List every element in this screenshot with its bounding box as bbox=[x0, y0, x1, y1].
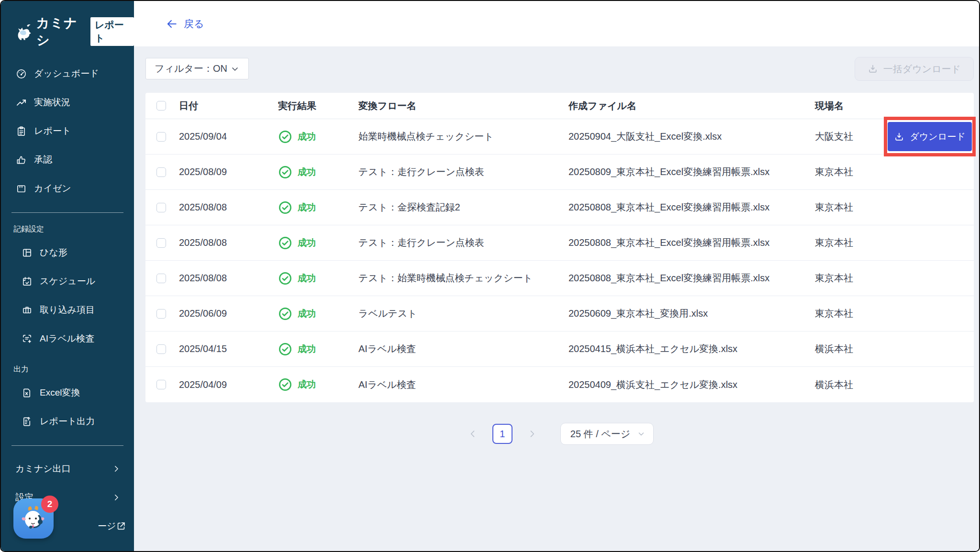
chevron-down-icon bbox=[637, 430, 646, 438]
sidebar-item-label: レポート bbox=[34, 125, 71, 137]
status-label: 成功 bbox=[298, 201, 316, 214]
page-size-select[interactable]: 25 件 / ページ bbox=[560, 423, 654, 445]
sidebar-item-kaminashi-exit[interactable]: カミナシ出口 bbox=[1, 454, 134, 483]
sidebar-item-label: ダッシュボード bbox=[34, 67, 99, 80]
success-check-icon bbox=[278, 342, 292, 356]
main-area: 戻る フィルター：ON 一括ダウンロード bbox=[134, 1, 980, 551]
cell-file: 20250808_東京本社_Excel変換練習用帳票.xlsx bbox=[568, 201, 815, 214]
table-row: 2025/08/09 成功 テスト：走行クレーン点検表 20250809_東京本… bbox=[145, 155, 974, 190]
ai-scan-icon bbox=[21, 333, 33, 344]
cell-date: 2025/09/04 bbox=[179, 131, 278, 142]
cell-status: 成功 bbox=[278, 307, 358, 321]
table-grid-icon bbox=[21, 304, 33, 316]
status-label: 成功 bbox=[298, 237, 316, 249]
cell-status: 成功 bbox=[278, 200, 358, 215]
bulk-download-button[interactable]: 一括ダウンロード bbox=[855, 57, 974, 81]
status-label: 成功 bbox=[298, 131, 316, 143]
row-checkbox[interactable] bbox=[156, 132, 166, 142]
cell-flow: テスト：走行クレーン点検表 bbox=[358, 166, 568, 178]
calendar-icon bbox=[21, 276, 33, 287]
report-export-icon bbox=[21, 416, 33, 427]
row-checkbox[interactable] bbox=[156, 238, 166, 248]
cell-flow: テスト：金探検査記録2 bbox=[358, 201, 568, 214]
cell-site: 横浜本社 bbox=[815, 342, 884, 355]
brand-name: カミナシ bbox=[36, 14, 86, 49]
table-row: 2025/08/08 成功 テスト：金探検査記録2 20250808_東京本社_… bbox=[145, 190, 974, 225]
cell-file: 20250808_東京本社_Excel変換練習用帳票.xlsx bbox=[568, 236, 815, 249]
cell-date: 2025/04/15 bbox=[179, 343, 278, 354]
bulk-download-label: 一括ダウンロード bbox=[883, 63, 961, 76]
column-header-site: 現場名 bbox=[815, 99, 884, 112]
cell-status: 成功 bbox=[278, 165, 358, 179]
status-label: 成功 bbox=[298, 378, 316, 391]
filter-button-label: フィルター：ON bbox=[155, 62, 227, 75]
excel-file-icon bbox=[21, 387, 33, 398]
next-page-button[interactable] bbox=[525, 427, 539, 441]
back-link[interactable]: 戻る bbox=[166, 17, 204, 31]
sidebar-item-label: レポート出力 bbox=[40, 415, 95, 428]
status-label: 成功 bbox=[298, 308, 316, 320]
table-row: 2025/04/09 成功 AIラベル検査 20250409_横浜支社_エクセル… bbox=[145, 367, 974, 402]
table-row: 2025/09/04 成功 始業時機械点検チェックシート 20250904_大阪… bbox=[145, 119, 974, 155]
row-checkbox[interactable] bbox=[156, 344, 166, 354]
sidebar-item-label: ージ bbox=[98, 520, 116, 532]
clipboard-icon bbox=[15, 125, 27, 137]
sidebar-item-excel-convert[interactable]: Excel変換 bbox=[1, 378, 134, 407]
chat-notification-badge: 2 bbox=[41, 496, 58, 513]
sidebar-item-template[interactable]: ひな形 bbox=[1, 238, 134, 267]
page-number-button[interactable]: 1 bbox=[492, 424, 512, 444]
pagination: 1 25 件 / ページ bbox=[145, 423, 974, 445]
column-header-result: 実行結果 bbox=[278, 99, 358, 112]
cell-flow: テスト：始業時機械点検チェックシート bbox=[358, 272, 568, 285]
template-icon bbox=[21, 247, 33, 258]
row-checkbox[interactable] bbox=[156, 167, 166, 177]
success-check-icon bbox=[278, 271, 292, 286]
table-header-row: 日付 実行結果 変換フロー名 作成ファイル名 現場名 bbox=[145, 93, 974, 119]
cell-site: 大阪支社 bbox=[815, 130, 884, 143]
cell-action: ダウンロード bbox=[884, 121, 974, 152]
sidebar-item-import-fields[interactable]: 取り込み項目 bbox=[1, 296, 134, 324]
row-checkbox[interactable] bbox=[156, 309, 166, 319]
trending-up-icon bbox=[15, 97, 27, 108]
cell-status: 成功 bbox=[278, 271, 358, 286]
row-checkbox[interactable] bbox=[156, 274, 166, 283]
sidebar-item-label: AIラベル検査 bbox=[40, 332, 94, 345]
sidebar-item-approval[interactable]: 承認 bbox=[1, 145, 134, 174]
cell-site: 東京本社 bbox=[815, 307, 884, 320]
download-button[interactable]: ダウンロード bbox=[888, 122, 972, 151]
chat-widget[interactable]: 2 bbox=[13, 498, 54, 539]
sidebar-item-dashboard[interactable]: ダッシュボード bbox=[1, 59, 134, 88]
row-checkbox[interactable] bbox=[156, 203, 166, 212]
select-all-checkbox[interactable] bbox=[156, 101, 166, 110]
section-label-output: 出力 bbox=[1, 353, 134, 378]
cell-site: 東京本社 bbox=[815, 201, 884, 214]
sidebar-item-kaizen[interactable]: カイゼン bbox=[1, 174, 134, 203]
sidebar-item-label: カイゼン bbox=[34, 182, 71, 195]
row-checkbox[interactable] bbox=[156, 380, 166, 389]
cell-status: 成功 bbox=[278, 377, 358, 392]
sidebar-item-label: ひな形 bbox=[40, 246, 67, 259]
cell-flow: テスト：走行クレーン点検表 bbox=[358, 236, 568, 249]
highlight-annotation: ダウンロード bbox=[884, 117, 976, 156]
success-check-icon bbox=[278, 307, 292, 321]
back-label: 戻る bbox=[184, 17, 204, 31]
app-logo[interactable]: カミナシ レポート bbox=[1, 14, 134, 49]
prev-page-button[interactable] bbox=[466, 427, 480, 441]
column-header-file: 作成ファイル名 bbox=[568, 99, 815, 112]
cell-file: 20250904_大阪支社_Excel変換.xlsx bbox=[568, 130, 815, 143]
success-check-icon bbox=[278, 236, 292, 250]
sidebar-item-report-export[interactable]: レポート出力 bbox=[1, 407, 134, 436]
sidebar-item-ai-label[interactable]: AIラベル検査 bbox=[1, 324, 134, 353]
brand-badge: レポート bbox=[90, 17, 134, 46]
sidebar-item-status[interactable]: 実施状況 bbox=[1, 88, 134, 117]
sidebar-item-label: 承認 bbox=[34, 154, 52, 166]
cell-flow: AIラベル検査 bbox=[358, 378, 568, 391]
sidebar-item-schedule[interactable]: スケジュール bbox=[1, 267, 134, 296]
success-check-icon bbox=[278, 130, 292, 144]
topbar: 戻る bbox=[134, 1, 980, 46]
download-button-label: ダウンロード bbox=[910, 131, 965, 143]
sidebar-item-report[interactable]: レポート bbox=[1, 117, 134, 145]
sidebar-divider bbox=[11, 445, 123, 446]
cell-file: 20250808_東京本社_Excel変換練習用帳票.xlsx bbox=[568, 272, 815, 285]
filter-button[interactable]: フィルター：ON bbox=[145, 58, 249, 79]
